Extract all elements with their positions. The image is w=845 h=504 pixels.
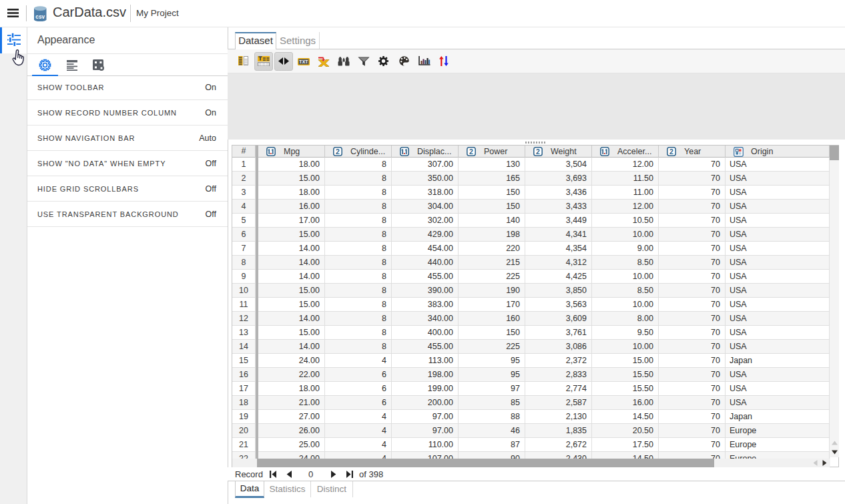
svg-text:2: 2 [336,148,340,156]
svg-text:2: 2 [536,148,540,156]
svg-text:2: 2 [469,148,473,156]
svg-text:2: 2 [669,148,673,156]
svg-text:TXT: TXT [299,59,308,64]
svg-text:csv: csv [35,14,45,20]
